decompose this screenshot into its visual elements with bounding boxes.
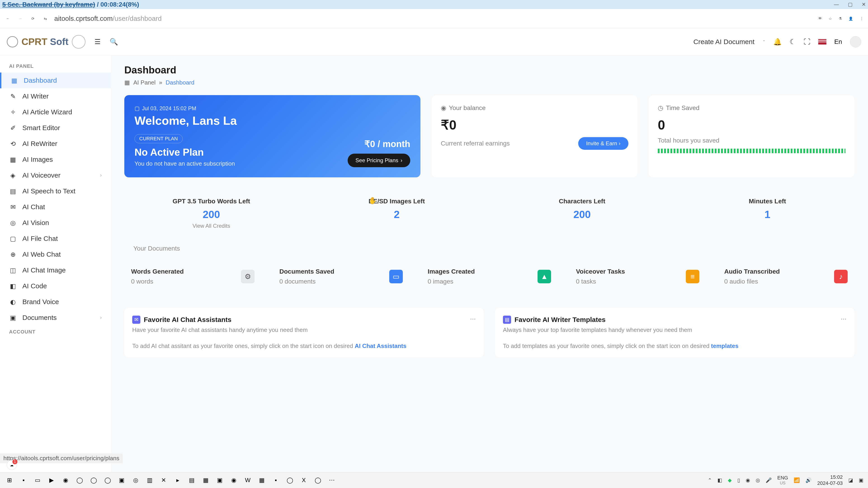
- tray-icon[interactable]: ◪: [848, 477, 853, 483]
- more-icon[interactable]: ⋯: [841, 316, 846, 323]
- notifications-icon[interactable]: 🔔: [773, 38, 782, 46]
- taskbar-app-icon[interactable]: ▣: [117, 475, 127, 485]
- stat-icon: ⚙: [241, 270, 254, 283]
- taskbar-app-icon[interactable]: ▦: [201, 475, 211, 485]
- sidebar-item-ai-chat-image[interactable]: ◫AI Chat Image: [0, 262, 111, 278]
- credit-item: DE/SD Images Left2: [310, 198, 484, 229]
- dark-mode-icon[interactable]: ☾: [789, 38, 796, 46]
- browser-reload-icon[interactable]: ⟳: [29, 15, 36, 22]
- tray-chevron-icon[interactable]: ⌃: [708, 477, 712, 483]
- sidebar-item-dashboard[interactable]: ▦Dashboard: [0, 72, 111, 88]
- calendar-icon: ▢: [134, 105, 140, 111]
- taskbar-app-icon[interactable]: ▤: [187, 475, 197, 485]
- profile-icon[interactable]: 👤: [848, 17, 853, 21]
- tray-volume-icon[interactable]: 🔊: [805, 477, 811, 483]
- browser-forward-icon[interactable]: →: [17, 15, 24, 22]
- sidebar: AI PANEL ▦Dashboard✎AI Writer✧AI Article…: [0, 55, 111, 488]
- sidebar-item-ai-vision[interactable]: ◎AI Vision: [0, 215, 111, 231]
- sidebar-icon: ◈: [9, 171, 17, 179]
- taskbar-app-icon[interactable]: ▥: [145, 475, 155, 485]
- taskbar-app-icon[interactable]: W: [243, 475, 253, 485]
- see-pricing-plans-button[interactable]: See Pricing Plans›: [348, 154, 410, 167]
- taskbar-app-icon[interactable]: ⊞: [4, 475, 14, 485]
- sidebar-item-smart-editor[interactable]: ✐Smart Editor: [0, 120, 111, 136]
- taskbar-app-icon[interactable]: ▸: [173, 475, 183, 485]
- taskbar-app-icon[interactable]: ◯: [285, 475, 295, 485]
- site-info-icon[interactable]: ⇆: [42, 15, 49, 22]
- sidebar-item-ai-file-chat[interactable]: ▢AI File Chat: [0, 231, 111, 247]
- taskbar-clock[interactable]: 15:02 2024-07-03: [817, 474, 843, 486]
- taskbar-app-icon[interactable]: ▦: [257, 475, 267, 485]
- logo[interactable]: CPRT Soft: [7, 35, 86, 48]
- sidebar-item-ai-speech-to-text[interactable]: ▤AI Speech to Text: [0, 183, 111, 199]
- sidebar-toggle-icon[interactable]: ☰: [94, 38, 101, 46]
- browser-menu-icon[interactable]: ⋮: [860, 17, 864, 21]
- language-label[interactable]: En: [834, 38, 842, 45]
- tray-icon[interactable]: ◎: [756, 477, 760, 483]
- taskbar-app-icon[interactable]: ◎: [131, 475, 141, 485]
- taskbar-app-icon[interactable]: X: [299, 475, 309, 485]
- favorite-link[interactable]: templates: [711, 343, 739, 349]
- view-all-credits-link[interactable]: View All Credits: [124, 223, 298, 229]
- taskbar-app-icon[interactable]: ◯: [313, 475, 323, 485]
- sidebar-item-documents[interactable]: ▣Documents›: [0, 310, 111, 326]
- taskbar-app-icon[interactable]: ⋯: [327, 475, 337, 485]
- sidebar-icon: ✐: [9, 124, 17, 132]
- address-bar[interactable]: aitools.cprtsoft.com/user/dashboard: [54, 15, 813, 22]
- taskbar-app-icon[interactable]: ◉: [61, 475, 70, 485]
- page-title: Dashboard: [124, 64, 855, 76]
- create-ai-document-button[interactable]: Create AI Document: [693, 38, 754, 46]
- tray-icon[interactable]: ▣: [859, 477, 864, 483]
- user-avatar[interactable]: [850, 36, 861, 47]
- sidebar-item-label: AI Speech to Text: [22, 187, 75, 195]
- taskbar-app-icon[interactable]: ◯: [74, 475, 85, 485]
- sidebar-icon: ✉: [9, 203, 17, 211]
- favorite-link[interactable]: AI Chat Assistants: [355, 343, 406, 349]
- taskbar-app-icon[interactable]: ✕: [159, 475, 168, 485]
- browser-back-icon[interactable]: ←: [4, 15, 11, 22]
- taskbar-app-icon[interactable]: ▪: [19, 475, 29, 485]
- tray-icon[interactable]: ◧: [717, 477, 722, 483]
- sidebar-item-ai-web-chat[interactable]: ⊕AI Web Chat: [0, 247, 111, 262]
- taskbar-app-icon[interactable]: ◉: [229, 475, 239, 485]
- taskbar-app-icon[interactable]: ▣: [215, 475, 225, 485]
- sidebar-item-ai-code[interactable]: ◧AI Code: [0, 278, 111, 294]
- sidebar-item-ai-rewriter[interactable]: ⟲AI ReWriter: [0, 136, 111, 152]
- bookmark-icon[interactable]: ☆: [829, 17, 832, 21]
- sidebar-item-label: AI Voiceover: [22, 171, 60, 179]
- sidebar-item-ai-article-wizard[interactable]: ✧AI Article Wizard: [0, 104, 111, 120]
- tray-icon[interactable]: ◆: [728, 477, 732, 483]
- notification-bubble[interactable]: ☁: [7, 460, 17, 470]
- invite-earn-button[interactable]: Invite & Earn ›: [578, 137, 628, 150]
- incognito-icon[interactable]: 👁: [818, 17, 822, 21]
- language-flag-icon[interactable]: [818, 39, 827, 44]
- sidebar-icon: ✧: [9, 108, 17, 116]
- window-minimize-icon[interactable]: —: [834, 2, 839, 7]
- window-close-icon[interactable]: ✕: [862, 2, 866, 7]
- taskbar-app-icon[interactable]: ▶: [46, 475, 57, 485]
- sidebar-item-ai-voiceover[interactable]: ◈AI Voiceover›: [0, 167, 111, 183]
- labs-icon[interactable]: ⚗: [839, 17, 842, 21]
- window-maximize-icon[interactable]: ▢: [848, 2, 852, 7]
- fullscreen-icon[interactable]: ⛶: [804, 38, 810, 46]
- credit-label: GPT 3.5 Turbo Words Left: [124, 198, 298, 205]
- tray-icon[interactable]: ▯: [737, 477, 740, 483]
- sidebar-item-ai-chat[interactable]: ✉AI Chat: [0, 199, 111, 215]
- taskbar-app-icon[interactable]: ▭: [33, 475, 42, 485]
- sidebar-item-label: AI File Chat: [22, 235, 58, 242]
- taskbar-app-icon[interactable]: ◯: [103, 475, 113, 485]
- sidebar-item-ai-writer[interactable]: ✎AI Writer: [0, 88, 111, 104]
- credit-label: Minutes Left: [680, 198, 855, 205]
- taskbar-app-icon[interactable]: ▪: [271, 475, 281, 485]
- search-icon[interactable]: 🔍: [110, 38, 118, 46]
- tray-icon[interactable]: ◉: [746, 477, 750, 483]
- create-chevron-icon[interactable]: ⌃: [763, 39, 765, 44]
- more-icon[interactable]: ⋯: [470, 316, 476, 323]
- breadcrumb-root[interactable]: AI Panel: [133, 79, 156, 86]
- sidebar-item-brand-voice[interactable]: ◐Brand Voice: [0, 294, 111, 310]
- taskbar-app-icon[interactable]: ◯: [89, 475, 98, 485]
- tray-wifi-icon[interactable]: 📶: [794, 477, 800, 483]
- sidebar-item-ai-images[interactable]: ▦AI Images: [0, 152, 111, 167]
- tray-mic-icon[interactable]: 🎤: [766, 477, 772, 483]
- sidebar-icon: ◎: [9, 219, 17, 227]
